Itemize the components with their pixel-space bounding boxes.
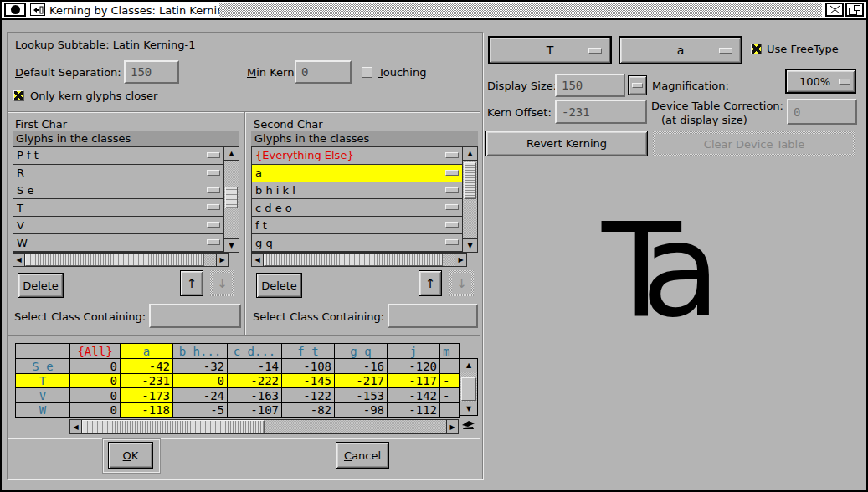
second-char-vscrollbar[interactable]: ▲ ▼ [462, 147, 477, 252]
kern-cell[interactable]: 0 [173, 374, 228, 388]
kern-cell[interactable]: -107 [228, 403, 282, 418]
class-handle-icon[interactable] [445, 152, 459, 158]
scroll-right-icon[interactable]: ▶ [216, 254, 228, 266]
second-char-hscrollbar[interactable]: ◀ ▶ [251, 253, 467, 267]
magnification-dropdown[interactable]: 100% [785, 69, 856, 94]
class-handle-icon[interactable] [445, 204, 459, 210]
scroll-left-icon[interactable]: ◀ [252, 254, 264, 266]
scroll-left-icon[interactable]: ◀ [13, 254, 25, 266]
col-header[interactable]: b h... [173, 344, 228, 359]
col-header[interactable]: m r [440, 344, 460, 359]
kern-offset-input[interactable] [555, 100, 647, 124]
ok-button[interactable]: OK [108, 442, 153, 469]
class-handle-icon[interactable] [207, 170, 220, 176]
class-handle-icon[interactable] [207, 204, 220, 210]
kern-cell[interactable]: -122 [282, 388, 335, 403]
scroll-up-icon[interactable]: ▲ [463, 147, 477, 161]
clear-device-table-button[interactable]: Clear Device Table [653, 131, 855, 156]
touching-checkbox[interactable] [362, 67, 372, 78]
class-handle-icon[interactable] [207, 152, 220, 158]
row-header[interactable]: V [16, 388, 70, 403]
second-char-vscroll-track[interactable] [463, 161, 477, 238]
titlebar[interactable]: Kerning by Classes: Latin Kerning-1 [2, 2, 866, 20]
kern-cell[interactable]: -98 [335, 403, 388, 418]
kern-preview-text[interactable]: Ta [602, 206, 702, 336]
col-header[interactable]: f t [282, 344, 335, 359]
table-hscroll-track[interactable] [82, 420, 446, 433]
col-header[interactable]: g q [335, 344, 388, 359]
first-char-hscrollbar[interactable]: ◀ ▶ [13, 253, 229, 267]
list-item[interactable]: b h i k l [252, 182, 462, 200]
kern-cell[interactable]: -32 [173, 359, 228, 374]
row-header-selected[interactable]: T [16, 374, 70, 388]
kern-cell[interactable]: -217 [335, 374, 388, 388]
class-handle-icon[interactable] [207, 187, 220, 193]
first-char-move-down-button[interactable]: ↓ [210, 270, 234, 296]
second-char-move-up-button[interactable]: ↑ [419, 270, 442, 296]
kern-cell[interactable]: -142 [388, 388, 440, 403]
kern-cell[interactable]: -153 [335, 388, 388, 403]
col-header[interactable]: c d... [228, 344, 282, 359]
list-item[interactable]: f t [252, 217, 462, 234]
class-handle-icon[interactable] [445, 170, 459, 176]
second-select-class-input[interactable] [388, 304, 478, 328]
list-item[interactable]: T [13, 199, 223, 217]
list-item[interactable]: g q [252, 234, 462, 252]
maximize-button[interactable] [845, 3, 864, 17]
list-item[interactable]: S e [13, 182, 223, 200]
kern-cell[interactable]: -145 [282, 374, 335, 388]
col-header[interactable]: j [388, 344, 440, 359]
row-header[interactable]: W [16, 403, 70, 418]
scroll-thumb[interactable] [25, 254, 204, 266]
use-freetype-checkbox[interactable] [751, 44, 762, 54]
scroll-down-icon[interactable]: ▼ [460, 402, 477, 415]
kern-cell[interactable]: -5 [173, 403, 228, 418]
col-header-all[interactable]: {All} [70, 344, 121, 359]
table-hscrollbar[interactable]: ◀ ▶ [69, 419, 459, 434]
kern-cell[interactable]: 0 [70, 359, 121, 374]
display-size-menu-button[interactable] [628, 75, 647, 95]
scroll-thumb[interactable] [464, 162, 476, 199]
revert-kerning-button[interactable]: Revert Kerning [485, 131, 648, 156]
table-vscrollbar[interactable]: ▲ ▼ [460, 358, 478, 416]
first-char-move-up-button[interactable]: ↑ [180, 270, 203, 296]
scroll-down-icon[interactable]: ▼ [224, 238, 239, 252]
cancel-button[interactable]: Cancel [336, 442, 389, 469]
kern-cell[interactable]: 0 [70, 403, 121, 418]
first-char-hscroll-track[interactable] [25, 254, 216, 266]
scroll-left-icon[interactable]: ◀ [70, 420, 82, 433]
kern-cell[interactable]: 0 [70, 374, 121, 388]
list-item[interactable]: R [13, 165, 223, 182]
list-item-selected[interactable]: a [252, 165, 462, 182]
first-class-dropdown[interactable]: T [488, 36, 612, 64]
list-item[interactable]: P f t [13, 147, 223, 165]
kern-cell[interactable]: - [440, 388, 460, 403]
scroll-thumb[interactable] [82, 420, 265, 433]
kern-cell[interactable]: -112 [388, 403, 440, 418]
window-menu-button[interactable] [4, 3, 26, 17]
iconify-button[interactable] [30, 3, 45, 16]
scroll-up-icon[interactable]: ▲ [224, 147, 239, 161]
kern-cell[interactable]: -173 [121, 388, 173, 403]
class-handle-icon[interactable] [445, 222, 459, 228]
kern-cell[interactable]: -120 [388, 359, 440, 374]
kern-cell[interactable]: -42 [121, 359, 173, 374]
second-class-dropdown[interactable]: a [619, 36, 742, 64]
scroll-down-icon[interactable]: ▼ [463, 238, 477, 252]
scroll-right-icon[interactable]: ▶ [455, 254, 466, 266]
second-char-hscroll-track[interactable] [264, 254, 455, 266]
list-item[interactable]: c d e o [252, 199, 462, 217]
kern-cell[interactable]: -118 [121, 403, 173, 418]
table-resize-grip-icon[interactable] [461, 420, 476, 430]
scroll-right-icon[interactable]: ▶ [446, 420, 458, 433]
list-item[interactable]: W [13, 234, 223, 252]
kern-cell[interactable]: -108 [282, 359, 335, 374]
class-handle-icon[interactable] [445, 239, 459, 245]
display-size-input[interactable] [555, 74, 625, 97]
kern-cell[interactable]: -222 [228, 374, 282, 388]
close-button[interactable] [825, 3, 844, 17]
scroll-thumb[interactable] [264, 254, 443, 266]
kern-cell[interactable]: -117 [388, 374, 440, 388]
first-char-vscrollbar[interactable]: ▲ ▼ [223, 147, 239, 252]
default-separation-input[interactable] [124, 60, 179, 84]
